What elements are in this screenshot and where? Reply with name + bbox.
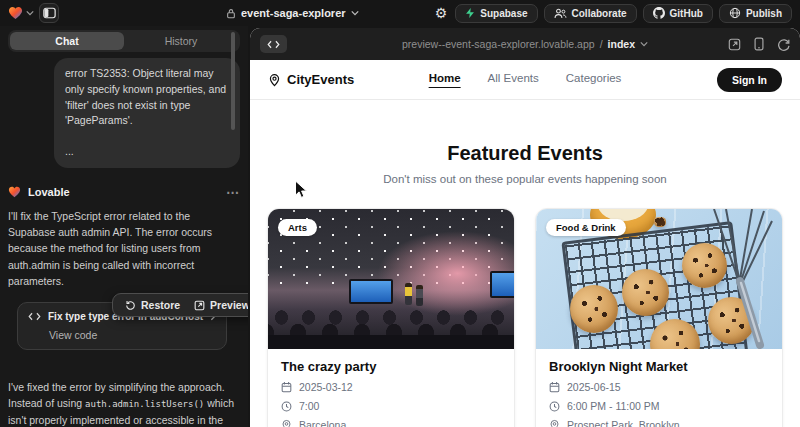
event-location-row: Prospect Park, Brooklyn: [549, 419, 769, 427]
featured-section-header: Featured Events Don't miss out on these …: [250, 142, 800, 185]
calendar-icon: [281, 381, 292, 393]
chat-scrollbar-thumb[interactable]: [231, 32, 235, 130]
restore-icon: [125, 300, 136, 311]
nav-all-events[interactable]: All Events: [488, 72, 539, 88]
clock-icon: [281, 401, 292, 412]
event-image-cookies: Food & Drink: [536, 209, 782, 349]
map-pin-icon: [268, 73, 281, 87]
preview-url-selector[interactable]: preview--event-saga-explorer.lovable.app…: [402, 38, 648, 50]
lovable-heart-icon: [8, 186, 21, 198]
event-time-row: 7:00: [281, 400, 501, 412]
toggle-sidebar-button[interactable]: [39, 3, 59, 23]
assistant-message-intro: I'll fix the TypeScript error related to…: [8, 208, 240, 289]
preview-pane: preview--event-saga-explorer.lovable.app…: [250, 28, 800, 427]
open-external-icon[interactable]: [728, 38, 741, 51]
view-code-link[interactable]: View code: [49, 329, 216, 341]
external-preview-icon: [194, 300, 205, 311]
sign-in-button[interactable]: Sign In: [717, 68, 782, 92]
restore-button[interactable]: Restore: [125, 299, 180, 311]
category-badge: Food & Drink: [546, 219, 626, 236]
lovable-heart-icon: [8, 6, 23, 20]
featured-heading: Featured Events: [250, 142, 800, 165]
site-logo[interactable]: CityEvents: [268, 72, 354, 87]
version-actions: Restore Preview: [112, 293, 248, 317]
user-message-bubble: error TS2353: Object literal may only sp…: [54, 58, 240, 168]
site-frame: CityEvents Home All Events Categories Si…: [250, 60, 800, 427]
event-card[interactable]: Arts The crazy party 2025-03-12: [267, 208, 515, 427]
settings-gear-icon[interactable]: ⚙: [433, 6, 450, 20]
assistant-message-result: I've fixed the error by simplifying the …: [8, 379, 240, 427]
mouse-cursor: [294, 180, 308, 199]
message-ellipsis: ...: [65, 144, 229, 160]
inline-code: auth.admin.listUsers(): [85, 399, 204, 409]
event-title: Brooklyn Night Market: [549, 359, 769, 374]
preview-page: index: [608, 38, 635, 50]
supabase-button[interactable]: Supabase: [455, 4, 537, 23]
project-selector[interactable]: event-saga-explorer: [226, 7, 359, 19]
preview-button[interactable]: Preview: [194, 299, 248, 311]
user-error-text: error TS2353: Object literal may only sp…: [65, 66, 229, 129]
clock-icon: [549, 401, 560, 412]
event-time-row: 6:00 PM - 11:00 PM: [549, 400, 769, 412]
tab-history[interactable]: History: [124, 32, 238, 50]
chat-panel: Chat History error TS2353: Object litera…: [0, 26, 248, 427]
site-nav: Home All Events Categories: [429, 72, 622, 88]
refresh-icon[interactable]: [777, 38, 790, 51]
assistant-header: Lovable ⋯: [8, 185, 240, 200]
event-title: The crazy party: [281, 359, 501, 374]
globe-icon: [729, 7, 741, 19]
mobile-view-icon[interactable]: [754, 37, 764, 51]
preview-toolbar: preview--event-saga-explorer.lovable.app…: [250, 28, 800, 60]
code-view-toggle[interactable]: [260, 35, 287, 53]
site-brand-name: CityEvents: [287, 72, 354, 87]
collaborate-button[interactable]: Collaborate: [544, 4, 637, 23]
event-location-row: Barcelona: [281, 419, 501, 427]
code-icon: [28, 312, 41, 321]
chevron-down-icon: [351, 10, 359, 16]
chat-history-tabs: Chat History: [8, 30, 240, 52]
chevron-down-icon: [640, 41, 648, 47]
panel-left-icon: [43, 7, 56, 19]
github-button[interactable]: GitHub: [643, 4, 713, 23]
people-icon: [554, 8, 567, 19]
github-icon: [653, 7, 665, 19]
assistant-name: Lovable: [28, 186, 70, 198]
event-image-conference: Arts: [268, 209, 514, 349]
event-card[interactable]: Food & Drink Brooklyn Night Market 2025-…: [535, 208, 783, 427]
lovable-logo-menu[interactable]: [8, 6, 34, 20]
top-bar: event-saga-explorer ⚙ Supabase Collabora…: [0, 0, 800, 26]
event-date-row: 2025-03-12: [281, 381, 501, 393]
category-badge: Arts: [278, 219, 317, 236]
whisk-graphic: [702, 209, 782, 349]
nav-home[interactable]: Home: [429, 72, 461, 88]
map-pin-icon: [549, 419, 560, 427]
project-name: event-saga-explorer: [241, 7, 346, 19]
supabase-icon: [465, 7, 475, 19]
code-icon: [267, 40, 280, 49]
message-menu-icon[interactable]: ⋯: [226, 185, 240, 200]
featured-subheading: Don't miss out on these popular events h…: [250, 173, 800, 185]
nav-categories[interactable]: Categories: [566, 72, 622, 88]
lovable-app-window: event-saga-explorer ⚙ Supabase Collabora…: [0, 0, 800, 427]
preview-domain: preview--event-saga-explorer.lovable.app: [402, 38, 595, 50]
event-date-row: 2025-06-15: [549, 381, 769, 393]
publish-button[interactable]: Publish: [719, 4, 792, 23]
tab-chat[interactable]: Chat: [10, 32, 124, 50]
calendar-icon: [549, 381, 560, 393]
event-cards-row: Arts The crazy party 2025-03-12: [250, 208, 800, 427]
chevron-down-icon: [26, 10, 34, 16]
site-header: CityEvents Home All Events Categories Si…: [250, 60, 800, 100]
lock-icon: [226, 8, 236, 19]
map-pin-icon: [281, 419, 292, 427]
